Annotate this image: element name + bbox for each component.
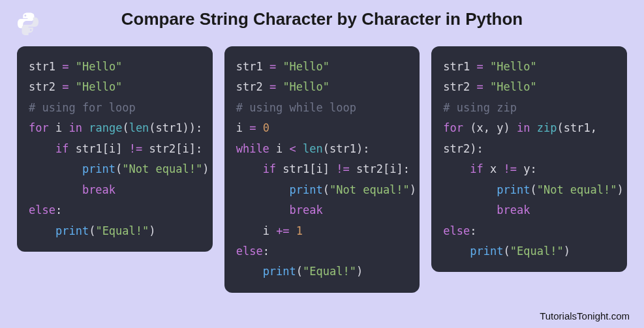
token-pun (269, 224, 276, 237)
token-kw: if (470, 162, 483, 175)
token-pun: ] (323, 162, 330, 175)
token-pun: ( (463, 121, 476, 134)
token-pun: ] (397, 162, 403, 175)
code-line: if str1[i] != str2[i]: (236, 159, 408, 179)
token-pun: ) (410, 183, 416, 196)
code-line: break (236, 200, 408, 220)
code-line: for i in range(len(str1)): (29, 118, 201, 138)
token-pun: ( (323, 183, 330, 196)
token-op: += (276, 224, 289, 237)
token-pun (276, 80, 283, 93)
token-fn: print (497, 183, 530, 196)
token-pun (443, 245, 470, 258)
token-var: i (183, 142, 189, 155)
code-line: # using while loop (236, 98, 408, 118)
token-pun (296, 142, 303, 155)
code-line: print("Equal!") (443, 241, 615, 261)
token-com: # using while loop (236, 101, 356, 114)
token-str: "Not equal!" (537, 183, 617, 196)
token-pun: ) (617, 183, 624, 196)
token-var: i (316, 162, 323, 175)
code-line: str2 = "Hello" (443, 77, 615, 97)
token-pun: ] (189, 142, 196, 155)
token-pun: ) (356, 265, 363, 278)
token-kw: else (29, 203, 55, 216)
token-pun (29, 183, 82, 196)
token-pun: ] (115, 142, 122, 155)
token-op: = (249, 121, 256, 134)
token-pun: : (55, 203, 62, 216)
while-loop-panel: str1 = "Hello"str2 = "Hello"# using whil… (224, 46, 420, 293)
token-str: "Hello" (283, 60, 330, 73)
code-line: if x != y: (443, 159, 615, 179)
code-line: print("Not equal!") (443, 180, 615, 200)
token-pun (276, 60, 283, 73)
code-line: i += 1 (236, 221, 408, 241)
token-pun (55, 60, 62, 73)
token-pun: [ (102, 142, 109, 155)
token-pun: ): (356, 142, 369, 155)
token-str: "Equal!" (95, 224, 149, 237)
token-str: "Hello" (490, 60, 537, 73)
token-pun (269, 142, 276, 155)
token-pun (263, 60, 269, 73)
token-num: 1 (296, 224, 303, 237)
token-pun (55, 80, 62, 93)
token-var: str2 (149, 142, 176, 155)
code-line: else: (443, 221, 615, 241)
token-pun (263, 80, 269, 93)
token-kw: break (290, 203, 323, 216)
code-line: str2 = "Hello" (29, 77, 201, 97)
token-var: i (276, 142, 283, 155)
token-var: str1 (236, 60, 263, 73)
token-pun (483, 162, 490, 175)
token-pun (236, 265, 263, 278)
token-fn: print (55, 224, 89, 237)
code-line: break (29, 180, 201, 200)
token-var: str2 (236, 80, 263, 93)
token-pun: [ (176, 142, 182, 155)
token-pun: : (403, 162, 410, 175)
token-pun (236, 162, 263, 175)
token-pun (443, 203, 497, 216)
token-pun (330, 162, 336, 175)
token-pun: ( (89, 224, 95, 237)
token-pun: ( (149, 121, 155, 134)
token-kw: break (82, 183, 115, 196)
token-var: y (497, 121, 503, 134)
token-pun: ( (115, 162, 122, 175)
token-num: 0 (263, 121, 269, 134)
token-pun: )) (183, 121, 196, 134)
token-op: = (62, 60, 69, 73)
token-pun: : (196, 142, 202, 155)
token-var: i (236, 121, 243, 134)
code-line: # using for loop (29, 98, 201, 118)
token-var: i (109, 142, 115, 155)
token-kw: if (263, 162, 276, 175)
token-pun (443, 183, 497, 196)
token-str: "Hello" (76, 60, 123, 73)
token-pun: : (196, 121, 202, 134)
token-pun (236, 224, 263, 237)
token-pun (290, 224, 296, 237)
python-logo-icon (16, 10, 40, 35)
token-var: str1 (443, 60, 470, 73)
code-line: else: (29, 200, 201, 220)
token-var: str2 (29, 80, 55, 93)
token-kw: else (236, 245, 263, 258)
code-line: print("Not equal!") (236, 180, 408, 200)
token-str: "Hello" (283, 80, 330, 93)
token-pun (236, 203, 290, 216)
token-pun (470, 60, 476, 73)
token-str: "Equal!" (510, 245, 564, 258)
token-pun (497, 162, 503, 175)
code-line: print("Equal!") (236, 261, 408, 282)
token-var: str2 (443, 142, 470, 155)
token-pun (276, 162, 283, 175)
token-pun (29, 142, 55, 155)
token-var: str1 (76, 142, 102, 155)
token-pun: ): (470, 142, 483, 155)
token-op: = (477, 60, 483, 73)
token-op: = (62, 80, 69, 93)
token-str: "Equal!" (303, 265, 356, 278)
